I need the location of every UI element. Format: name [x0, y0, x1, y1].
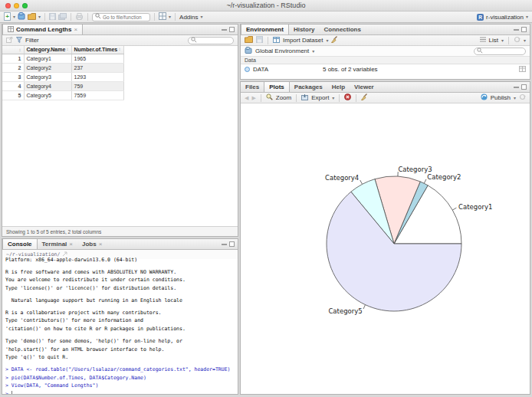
tab-console[interactable]: Console	[2, 239, 38, 249]
pane-layout-caret-icon[interactable]: ▾	[169, 15, 171, 19]
close-terminal-icon[interactable]: ×	[69, 241, 73, 248]
tab-files[interactable]: Files	[241, 82, 264, 92]
table-row: 2Category2237	[2, 63, 123, 72]
console-output[interactable]: Platform: x86_64-apple-darwin13.6.0 (64-…	[2, 256, 238, 394]
tab-viewer[interactable]: Viewer	[350, 82, 379, 92]
remove-plot-icon[interactable]	[344, 94, 351, 102]
new-file-icon[interactable]: +	[4, 12, 11, 22]
console-output-line: Natural language support but running in …	[5, 297, 238, 305]
tab-terminal[interactable]: Terminal×	[38, 239, 77, 249]
open-file-caret-icon[interactable]: ▾	[38, 15, 41, 19]
export-plot-button[interactable]: Export	[311, 94, 329, 101]
console-output-line: Type 'q()' to quit R.	[5, 353, 238, 362]
data-viewer-search-input[interactable]	[199, 38, 231, 43]
minimize-pane-icon[interactable]	[514, 29, 519, 31]
zoom-plot-button[interactable]: Zoom	[276, 94, 291, 101]
project-icon: R	[477, 14, 484, 21]
refresh-plots-icon[interactable]	[519, 94, 526, 102]
maximize-pane-icon[interactable]	[521, 27, 527, 32]
console-panel: Console Terminal× Jobs× ~/r-visualizatio…	[2, 238, 238, 395]
zoom-plot-icon	[266, 94, 273, 102]
console-prompt[interactable]: >	[5, 390, 238, 394]
plots-tabbar: Files Plots Packages Help Viewer	[241, 82, 530, 93]
minimize-window-button[interactable]	[14, 3, 19, 8]
maximize-pane-icon[interactable]	[229, 241, 235, 247]
next-plot-icon[interactable]: ▶	[251, 95, 255, 100]
global-environment-dropdown[interactable]: Global Environment	[255, 48, 309, 54]
addins-caret-icon[interactable]: ▾	[201, 15, 203, 19]
titlebar: ~/r-visualization - RStudio	[0, 0, 532, 11]
column-header-category-name[interactable]: Category.Name↕	[24, 46, 71, 54]
open-file-icon[interactable]	[28, 13, 36, 21]
table-row: 5Category57559	[2, 90, 123, 100]
import-dataset-caret-icon[interactable]: ▾	[326, 38, 328, 43]
tab-history[interactable]: History	[289, 25, 320, 34]
goto-file-input[interactable]	[103, 15, 147, 20]
zoom-window-button[interactable]	[22, 3, 28, 8]
data-viewer-search[interactable]	[188, 37, 234, 44]
maximize-pane-icon[interactable]	[521, 84, 527, 90]
list-view-button[interactable]: List	[489, 37, 498, 44]
close-jobs-icon[interactable]: ×	[99, 241, 103, 248]
filter-funnel-icon	[16, 37, 22, 44]
minimize-pane-icon[interactable]	[222, 244, 227, 245]
export-caret-icon[interactable]: ▾	[332, 96, 334, 100]
print-icon[interactable]	[75, 13, 84, 21]
save-workspace-icon[interactable]	[256, 36, 263, 44]
publish-button[interactable]: Publish	[491, 94, 511, 101]
view-table-icon[interactable]	[519, 66, 526, 74]
addins-menu[interactable]: Addins	[179, 14, 198, 21]
global-environment-caret-icon[interactable]: ▾	[312, 49, 314, 54]
tab-label: Command Lengths	[16, 26, 71, 33]
console-output-line: Platform: x86_64-apple-darwin13.6.0 (64-…	[5, 256, 238, 264]
table-cell: 1965	[71, 54, 123, 63]
close-window-button[interactable]	[5, 3, 11, 8]
export-plot-icon	[301, 94, 308, 102]
publish-caret-icon[interactable]: ▾	[514, 96, 516, 100]
minimize-pane-icon[interactable]	[222, 29, 227, 31]
refresh-caret-icon[interactable]: ▾	[524, 38, 526, 43]
row-number: 2	[2, 63, 24, 72]
minimize-pane-icon[interactable]	[514, 87, 519, 88]
list-view-caret-icon[interactable]: ▾	[501, 38, 504, 43]
project-selector[interactable]: R r-visualization ▾	[477, 14, 528, 21]
tab-jobs[interactable]: Jobs×	[77, 239, 107, 249]
environment-object-row[interactable]: DATA 5 obs. of 2 variables	[241, 64, 530, 74]
data-frame-icon	[245, 67, 250, 72]
load-workspace-icon[interactable]	[245, 36, 253, 44]
search-icon	[477, 48, 483, 55]
save-icon[interactable]	[49, 13, 56, 21]
tab-connections[interactable]: Connections	[319, 25, 365, 34]
column-header-number-of-times[interactable]: Number.of.Times↕	[71, 46, 123, 54]
previous-plot-icon[interactable]: ◀	[245, 95, 248, 100]
close-tab-icon[interactable]: ×	[74, 26, 77, 33]
refresh-icon[interactable]	[514, 36, 521, 44]
maximize-pane-icon[interactable]	[229, 27, 235, 32]
tab-environment[interactable]: Environment	[241, 25, 289, 34]
tab-packages[interactable]: Packages	[290, 82, 327, 92]
pie-label-tick	[363, 305, 366, 309]
new-project-icon[interactable]	[18, 12, 25, 21]
open-in-new-window-icon[interactable]	[6, 37, 13, 44]
environment-search-input[interactable]	[484, 48, 523, 54]
tab-plots[interactable]: Plots	[264, 82, 290, 92]
tab-help[interactable]: Help	[327, 82, 350, 92]
console-output-line: Type 'contributors()' for more informati…	[5, 317, 238, 325]
pie-label-tick	[452, 208, 456, 210]
environment-scope-row: Global Environment ▾	[241, 46, 530, 57]
clear-plots-broom-icon[interactable]	[361, 94, 368, 102]
goto-file-search[interactable]	[92, 13, 150, 21]
table-row: 3Category31293	[2, 72, 123, 81]
pie-label-category5: Category5	[328, 307, 362, 315]
import-dataset-button[interactable]: Import Dataset	[283, 37, 323, 44]
table-cell: Category5	[24, 90, 71, 100]
clear-objects-broom-icon[interactable]	[331, 36, 338, 44]
table-cell: Category4	[24, 81, 71, 90]
search-icon	[191, 37, 197, 44]
save-all-icon[interactable]	[58, 13, 67, 21]
filter-button[interactable]: Filter	[25, 37, 39, 44]
tab-command-lengths[interactable]: Command Lengths ×	[2, 25, 83, 34]
environment-search[interactable]	[474, 48, 526, 55]
new-file-caret-icon[interactable]: ▾	[13, 15, 15, 19]
pane-layout-icon[interactable]	[159, 12, 166, 21]
